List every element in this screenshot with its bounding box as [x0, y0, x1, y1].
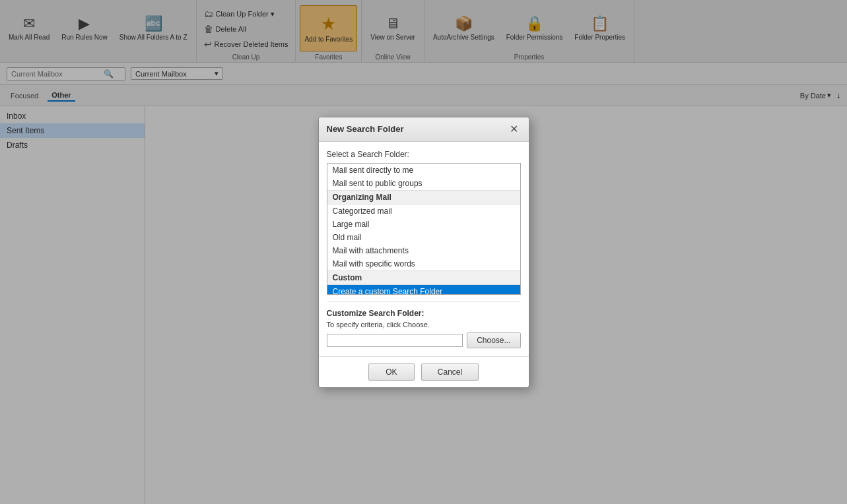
new-search-folder-dialog: New Search Folder ✕ Select a Search Fold… [318, 117, 529, 388]
listbox-item-large-mail[interactable]: Large mail [327, 218, 520, 231]
listbox-item-categorized[interactable]: Categorized mail [327, 205, 520, 218]
dialog-separator [327, 301, 521, 302]
dialog-titlebar: New Search Folder ✕ [319, 117, 529, 142]
dialog-close-button[interactable]: ✕ [508, 123, 521, 136]
dialog-footer: OK Cancel [319, 356, 529, 387]
ok-button[interactable]: OK [368, 363, 415, 381]
listbox-item-specific-words[interactable]: Mail with specific words [327, 257, 520, 270]
listbox-item-mail-sent-public[interactable]: Mail sent to public groups [327, 177, 520, 190]
listbox-category-custom: Custom [327, 270, 520, 285]
customize-hint: To specify criteria, click Choose. [327, 321, 521, 329]
folder-listbox[interactable]: Mail sent directly to me Mail sent to pu… [327, 163, 521, 295]
choose-button[interactable]: Choose... [467, 332, 520, 348]
dialog-title: New Search Folder [327, 124, 404, 134]
listbox-item-attachments[interactable]: Mail with attachments [327, 244, 520, 257]
customize-row: Choose... [327, 332, 521, 348]
dialog-overlay: New Search Folder ✕ Select a Search Fold… [0, 0, 847, 504]
listbox-item-create-custom[interactable]: Create a custom Search Folder [327, 285, 520, 295]
customize-folder-label: Customize Search Folder: [327, 309, 521, 318]
dialog-body: Select a Search Folder: Mail sent direct… [319, 142, 529, 356]
listbox-category-organizing: Organizing Mail [327, 190, 520, 205]
listbox-item-mail-sent-directly[interactable]: Mail sent directly to me [327, 164, 520, 177]
select-folder-label: Select a Search Folder: [327, 150, 521, 159]
customize-input[interactable] [327, 334, 463, 347]
cancel-button[interactable]: Cancel [421, 363, 479, 381]
listbox-item-old-mail[interactable]: Old mail [327, 231, 520, 244]
